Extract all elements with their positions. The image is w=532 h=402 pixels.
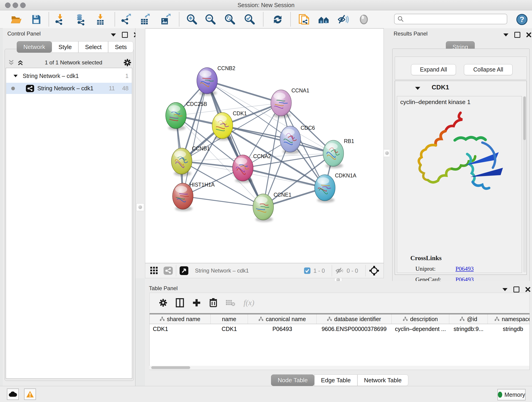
zoom-fit-button[interactable] — [224, 13, 236, 26]
column-header--id[interactable]: @id — [449, 314, 488, 324]
column-header-description[interactable]: description — [392, 314, 449, 324]
tab-style[interactable]: Style — [52, 41, 78, 53]
panel-menu-icon[interactable] — [111, 33, 116, 36]
zoom-selected-button[interactable] — [244, 13, 255, 26]
crosslinks-title: CrossLinks — [410, 254, 442, 262]
grid-view-icon[interactable] — [150, 266, 158, 275]
crosslink-link[interactable]: P06493 — [456, 265, 474, 272]
section-expander-icon[interactable] — [415, 87, 420, 90]
table-horizontal-scrollbar[interactable] — [149, 366, 529, 370]
node-label-CCNB1: CCNB1 — [192, 146, 210, 152]
save-session-button[interactable] — [30, 13, 42, 26]
refresh-icon — [272, 13, 284, 26]
table-cell[interactable]: stringdb — [488, 324, 530, 334]
table-cell[interactable]: CDK1 — [150, 324, 210, 334]
gear-icon[interactable] — [123, 58, 132, 67]
columns-icon[interactable] — [176, 298, 184, 307]
network-node-HIST1H1A[interactable]: HIST1H1A — [172, 182, 215, 211]
warning-status-button[interactable] — [24, 389, 36, 400]
column-header-shared-name[interactable]: shared name — [150, 314, 210, 324]
expand-all-button[interactable]: Expand All — [411, 64, 456, 75]
table-cell[interactable]: cyclin–dependent ... — [392, 324, 449, 334]
import-network-file-button[interactable] — [54, 13, 66, 26]
network-node-CDC25B[interactable]: CDC25B — [166, 101, 207, 130]
panel-close-icon[interactable] — [526, 32, 531, 37]
string-network-graph[interactable]: CCNB2CCNA1CDC25BCDK1CDC6RB1CCNB1CCNA2CDK… — [145, 29, 384, 263]
network-node-CCNA1[interactable]: CCNA1 — [271, 88, 309, 118]
vertical-splitter-right[interactable] — [384, 28, 389, 281]
network-row[interactable]: String Network – cdk1 11 48 — [6, 83, 132, 94]
table-cell[interactable]: CDK1 — [210, 324, 248, 334]
tab-node-table[interactable]: Node Table — [271, 375, 314, 386]
import-network-database-button[interactable] — [75, 13, 87, 26]
panel-menu-icon[interactable] — [503, 33, 508, 36]
crosshair-icon[interactable] — [369, 265, 380, 276]
column-header-namespace[interactable]: namespace — [488, 314, 530, 324]
tab-edge-table[interactable]: Edge Table — [314, 375, 357, 386]
tab-sets[interactable]: Sets — [108, 41, 133, 53]
table-cell[interactable]: stringdb:9... — [449, 324, 488, 334]
tab-network[interactable]: Network — [17, 41, 52, 53]
function-builder-icon[interactable]: f(x) — [244, 298, 254, 307]
share-view-icon[interactable] — [164, 267, 173, 275]
protein-structure-image — [411, 108, 507, 200]
add-icon[interactable] — [192, 298, 201, 307]
collection-count: 1 — [125, 73, 128, 79]
import-table-button[interactable] — [94, 13, 106, 26]
home-button[interactable] — [318, 13, 330, 26]
panel-menu-icon[interactable] — [502, 288, 507, 291]
cloud-status-button[interactable] — [7, 389, 19, 400]
collapse-all-icon[interactable] — [8, 59, 15, 66]
table-cell[interactable]: 9606.ENSP00000378699 — [317, 324, 392, 334]
tree-expander-icon[interactable] — [13, 75, 18, 77]
open-session-button[interactable] — [10, 13, 22, 26]
refresh-button[interactable] — [272, 13, 284, 26]
gear-icon[interactable] — [159, 298, 167, 307]
export-image-button[interactable] — [159, 13, 171, 26]
table-row[interactable]: CDK1CDK1P064939606.ENSP00000378699cyclin… — [150, 324, 530, 334]
table-cell[interactable]: P06493 — [248, 324, 317, 334]
expand-all-icon[interactable] — [17, 59, 24, 66]
network-node-CCNB2[interactable]: CCNB2 — [197, 65, 235, 96]
search-input[interactable] — [404, 16, 501, 22]
network-node-CCNE1[interactable]: CCNE1 — [253, 192, 291, 222]
node-table[interactable]: shared namenamecanonical namedatabase id… — [149, 313, 530, 370]
export-table-button[interactable] — [139, 13, 151, 26]
zoom-out-button[interactable] — [204, 13, 216, 26]
zoom-in-button[interactable] — [186, 13, 198, 26]
network-node-CCNB1[interactable]: CCNB1 — [171, 146, 210, 176]
column-header-name[interactable]: name — [210, 314, 248, 324]
tab-network-table[interactable]: Network Table — [357, 375, 408, 386]
network-node-CDKN1A[interactable]: CDKN1A — [315, 172, 356, 203]
panel-float-icon[interactable] — [514, 32, 520, 38]
panel-float-icon[interactable] — [513, 287, 519, 293]
trash-icon[interactable] — [209, 298, 217, 307]
panel-float-icon[interactable] — [122, 32, 128, 38]
network-node-CCNA2[interactable]: CCNA2 — [233, 153, 271, 183]
network-canvas[interactable]: CCNB2CCNA1CDC25BCDK1CDC6RB1CCNB1CCNA2CDK… — [145, 28, 384, 263]
panel-close-icon[interactable] — [525, 287, 530, 292]
memory-button[interactable]: Memory — [497, 389, 526, 400]
open-folder-icon — [10, 14, 22, 25]
show-eye-button[interactable] — [358, 13, 370, 26]
hidden-eye-icon[interactable] — [335, 267, 344, 274]
share-document-button[interactable] — [298, 13, 310, 26]
delete-table-icon[interactable] — [226, 299, 235, 306]
birdseye-icon[interactable] — [179, 266, 189, 275]
network-collection-row[interactable]: String Network – cdk1 1 — [6, 70, 132, 82]
column-header-canonical-name[interactable]: canonical name — [248, 314, 317, 324]
warning-icon — [26, 391, 34, 398]
network-node-RB1[interactable]: RB1 — [323, 138, 354, 168]
hide-selected-button[interactable] — [337, 13, 349, 26]
vertical-splitter-left[interactable] — [135, 28, 145, 278]
help-button[interactable]: ? — [516, 13, 528, 26]
toolbar-separator — [176, 265, 176, 276]
export-network-button[interactable] — [120, 13, 132, 26]
search-field[interactable] — [394, 14, 507, 24]
splitter-grip[interactable] — [136, 203, 144, 211]
collapse-all-button[interactable]: Collapse All — [464, 64, 513, 75]
results-scrollbar[interactable] — [523, 96, 526, 273]
selected-checkbox-icon[interactable] — [304, 267, 311, 274]
tab-select[interactable]: Select — [78, 41, 108, 53]
column-header-database-identifier[interactable]: database identifier — [317, 314, 392, 324]
